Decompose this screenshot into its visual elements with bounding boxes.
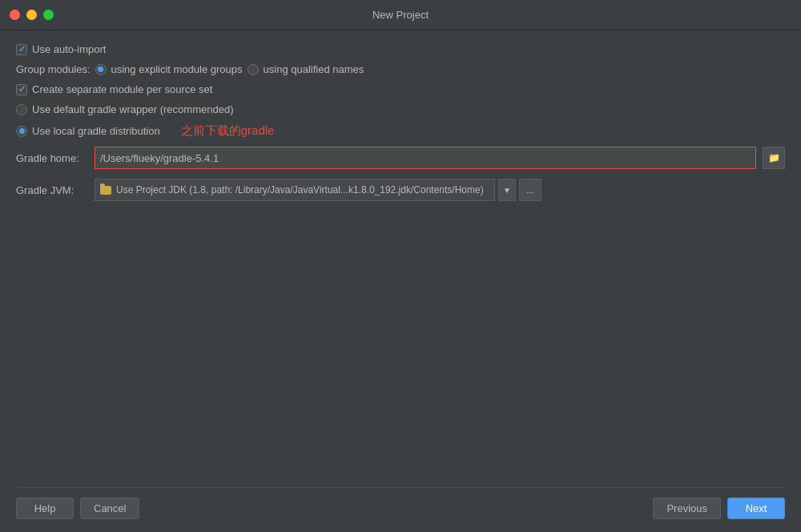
dialog-content: Use auto-import Group modules: using exp… <box>0 30 801 532</box>
ellipsis-icon: ... <box>526 184 534 195</box>
group-modules-option2-label: using qualified names <box>264 63 364 75</box>
gradle-home-input-wrapper <box>95 147 756 169</box>
separate-module-row: Create separate module per source set <box>16 83 785 95</box>
default-wrapper-label: Use default gradle wrapper (recommended) <box>32 103 233 115</box>
jvm-folder-icon <box>100 186 111 195</box>
separate-module-label: Create separate module per source set <box>32 83 212 95</box>
gradle-jvm-select-wrapper: Use Project JDK (1.8, path: /Library/Jav… <box>95 179 541 201</box>
auto-import-row: Use auto-import <box>16 43 785 55</box>
options-area: Use auto-import Group modules: using exp… <box>16 43 785 487</box>
gradle-jvm-dropdown-button[interactable]: ▼ <box>498 179 516 201</box>
gradle-jvm-row: Gradle JVM: Use Project JDK (1.8, path: … <box>16 179 785 201</box>
gradle-jvm-label: Gradle JVM: <box>16 184 88 196</box>
gradle-home-input[interactable] <box>95 152 755 164</box>
folder-browse-icon: 📁 <box>768 152 780 163</box>
gradle-home-browse-button[interactable]: 📁 <box>763 147 785 169</box>
window-controls[interactable] <box>10 10 54 20</box>
auto-import-label: Use auto-import <box>32 43 106 55</box>
gradle-home-row: Gradle home: 📁 <box>16 147 785 169</box>
group-modules-row: Group modules: using explicit module gro… <box>16 63 785 75</box>
annotation-text: 之前下载的gradle <box>181 123 275 139</box>
maximize-button[interactable] <box>43 10 54 20</box>
cancel-button[interactable]: Cancel <box>80 498 139 519</box>
gradle-home-label: Gradle home: <box>16 152 88 164</box>
gradle-jvm-select[interactable]: Use Project JDK (1.8, path: /Library/Jav… <box>95 179 495 201</box>
chevron-down-icon: ▼ <box>503 186 511 195</box>
group-modules-radio-qualified[interactable] <box>248 64 259 75</box>
auto-import-checkbox[interactable] <box>16 44 27 55</box>
default-wrapper-radio[interactable] <box>16 104 27 115</box>
local-distribution-radio[interactable] <box>16 126 27 137</box>
bottom-bar: Help Cancel Previous Next <box>16 487 785 519</box>
gradle-jvm-ellipsis-button[interactable]: ... <box>519 179 541 201</box>
bottom-left-buttons: Help Cancel <box>16 498 139 519</box>
group-modules-radio-explicit[interactable] <box>95 64 107 75</box>
bottom-right-buttons: Previous Next <box>653 498 785 519</box>
help-button[interactable]: Help <box>16 498 74 519</box>
title-bar: New Project <box>0 0 801 30</box>
local-distribution-label: Use local gradle distribution <box>32 125 160 137</box>
group-modules-option1-label: using explicit module groups <box>111 63 243 75</box>
dialog-title: New Project <box>372 9 429 21</box>
next-button[interactable]: Next <box>727 498 785 519</box>
local-distribution-row: Use local gradle distribution 之前下载的gradl… <box>16 123 785 139</box>
gradle-jvm-value: Use Project JDK (1.8, path: /Library/Jav… <box>116 184 484 195</box>
minimize-button[interactable] <box>26 10 37 20</box>
previous-button[interactable]: Previous <box>653 498 721 519</box>
default-wrapper-row: Use default gradle wrapper (recommended) <box>16 103 785 115</box>
close-button[interactable] <box>10 10 20 20</box>
group-modules-label: Group modules: <box>16 63 91 75</box>
separate-module-checkbox[interactable] <box>16 84 27 95</box>
